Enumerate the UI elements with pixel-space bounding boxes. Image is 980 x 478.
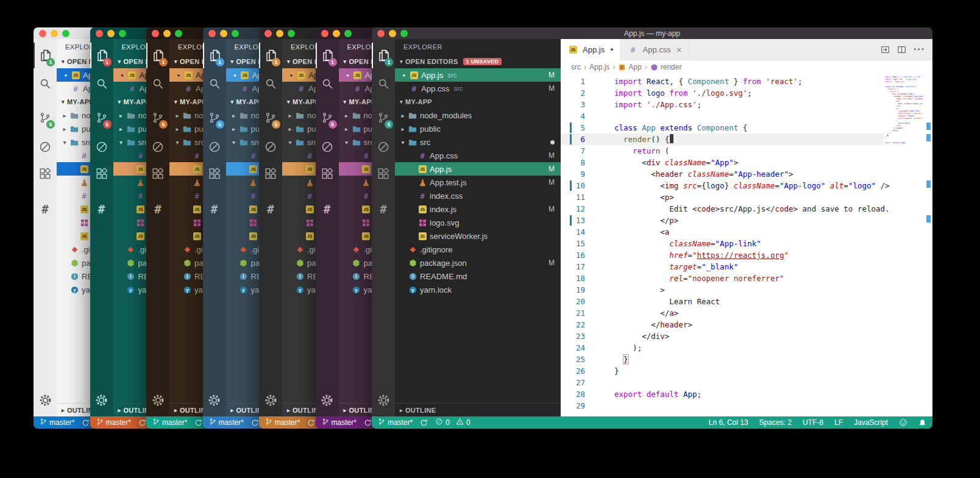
activity-explorer-icon[interactable]: 1 bbox=[259, 43, 282, 68]
activity-explorer-icon[interactable]: 1 bbox=[203, 43, 226, 68]
activity-search-icon[interactable] bbox=[203, 71, 226, 96]
code-editor[interactable]: 1import React, { Component } from 'react… bbox=[561, 74, 932, 416]
status-item[interactable]: Ln 6, Col 13 bbox=[709, 418, 748, 427]
activity-debug-icon[interactable] bbox=[90, 134, 113, 160]
breadcrumb-item[interactable]: render bbox=[650, 63, 682, 71]
code-line[interactable]: 18 rel="noopener noreferrer" bbox=[561, 273, 884, 284]
activity-source-control-icon[interactable]: 5 bbox=[146, 105, 169, 130]
outline-section-header[interactable]: ▸OUTLINE bbox=[395, 403, 561, 416]
activity-source-control-icon[interactable]: 5 bbox=[34, 105, 57, 130]
activity-search-icon[interactable] bbox=[146, 71, 169, 96]
activity-source-control-icon[interactable]: 5 bbox=[259, 105, 282, 130]
code-line[interactable]: 25 } bbox=[561, 354, 884, 365]
close-button[interactable] bbox=[321, 30, 328, 37]
close-button[interactable] bbox=[377, 30, 385, 37]
code-line[interactable]: 26} bbox=[561, 365, 884, 377]
code-line[interactable]: 11 <p> bbox=[561, 191, 884, 203]
activity-hash-icon[interactable]: # bbox=[372, 196, 395, 222]
activity-hash-icon[interactable]: # bbox=[259, 196, 282, 222]
git-branch-status[interactable]: master* bbox=[40, 418, 74, 427]
code-line[interactable]: 14 <a bbox=[561, 226, 884, 238]
tree-item[interactable]: #App.cssM bbox=[395, 149, 561, 162]
activity-source-control-icon[interactable]: 5 bbox=[203, 105, 226, 130]
code-line[interactable]: 8 <div className="App"> bbox=[561, 157, 884, 168]
tree-item[interactable]: JSApp.jsM bbox=[395, 162, 561, 176]
sync-icon[interactable] bbox=[251, 419, 259, 427]
activity-debug-icon[interactable] bbox=[372, 134, 395, 160]
code-line[interactable]: 21 </a> bbox=[561, 307, 884, 319]
code-line[interactable]: 10 <img src={logo} className="App-logo" … bbox=[561, 180, 884, 191]
tree-item[interactable]: package.jsonM bbox=[395, 256, 561, 269]
activity-source-control-icon[interactable]: 5 bbox=[90, 105, 113, 130]
activity-source-control-icon[interactable]: 5 bbox=[372, 105, 395, 130]
close-icon[interactable]: × bbox=[676, 45, 682, 55]
settings-gear-icon[interactable] bbox=[372, 387, 395, 413]
tree-item[interactable]: ▸public bbox=[395, 122, 561, 135]
activity-hash-icon[interactable]: # bbox=[90, 196, 113, 222]
open-editor-item[interactable]: ●JSApp.jssrcM bbox=[395, 68, 561, 82]
tree-item[interactable]: ▸node_modules bbox=[395, 109, 561, 122]
zoom-button[interactable] bbox=[232, 30, 239, 37]
code-line[interactable]: 7 return ( bbox=[561, 145, 884, 157]
settings-gear-icon[interactable] bbox=[203, 387, 226, 413]
activity-extensions-icon[interactable] bbox=[146, 161, 169, 187]
code-line[interactable]: 28export default App; bbox=[561, 388, 884, 400]
tree-item[interactable]: JSindex.jsM bbox=[395, 202, 561, 216]
code-line[interactable]: 16 href="https://reactjs.org" bbox=[561, 249, 884, 261]
activity-explorer-icon[interactable]: 1 bbox=[90, 43, 113, 68]
activity-hash-icon[interactable]: # bbox=[203, 196, 226, 222]
sync-icon[interactable] bbox=[420, 419, 428, 427]
minimize-button[interactable] bbox=[107, 30, 115, 37]
editor-tab[interactable]: JSApp.js● bbox=[561, 39, 621, 60]
code-line[interactable]: 1import React, { Component } from 'react… bbox=[561, 76, 884, 87]
feedback-smiley-icon[interactable] bbox=[899, 418, 907, 427]
zoom-button[interactable] bbox=[288, 30, 295, 37]
notifications-bell-icon[interactable] bbox=[918, 419, 926, 427]
activity-source-control-icon[interactable]: 5 bbox=[316, 105, 339, 130]
tree-item[interactable]: iREADME.md bbox=[395, 269, 561, 283]
minimap[interactable]: import React, { Component } from 'react'… bbox=[885, 76, 923, 146]
tree-item[interactable]: #index.css bbox=[395, 189, 561, 202]
close-button[interactable] bbox=[208, 30, 216, 37]
activity-hash-icon[interactable]: # bbox=[316, 196, 339, 222]
zoom-button[interactable] bbox=[344, 30, 352, 37]
problems-status[interactable]: 00 bbox=[435, 418, 470, 427]
status-item[interactable]: JavaScript bbox=[854, 418, 888, 427]
git-branch-status[interactable]: master* bbox=[322, 418, 357, 427]
settings-gear-icon[interactable] bbox=[259, 387, 282, 413]
activity-extensions-icon[interactable] bbox=[372, 161, 395, 187]
activity-debug-icon[interactable] bbox=[203, 134, 226, 160]
project-section-header[interactable]: ▾MY-APP bbox=[395, 95, 561, 109]
tree-item[interactable]: App.test.jsM bbox=[395, 176, 561, 189]
split-editor-icon[interactable] bbox=[897, 45, 906, 54]
minimize-button[interactable] bbox=[276, 30, 283, 37]
activity-extensions-icon[interactable] bbox=[259, 161, 282, 187]
code-line[interactable]: 23 </div> bbox=[561, 330, 884, 342]
code-line[interactable]: 20 Learn React bbox=[561, 296, 884, 307]
code-line[interactable]: 13 </p> bbox=[561, 215, 884, 226]
close-button[interactable] bbox=[96, 30, 103, 37]
code-line[interactable]: 19 > bbox=[561, 284, 884, 296]
tree-item[interactable]: JSserviceWorker.js bbox=[395, 229, 561, 243]
activity-extensions-icon[interactable] bbox=[90, 161, 113, 187]
git-branch-status[interactable]: master* bbox=[96, 418, 131, 427]
settings-gear-icon[interactable] bbox=[90, 387, 113, 413]
code-line[interactable]: 2import logo from './logo.svg'; bbox=[561, 87, 884, 99]
code-line[interactable]: 9 <header className="App-header"> bbox=[561, 168, 884, 180]
tree-item[interactable]: yyarn.lock bbox=[395, 283, 561, 296]
sync-icon[interactable] bbox=[138, 419, 146, 427]
status-item[interactable]: Spaces: 2 bbox=[759, 418, 792, 427]
activity-search-icon[interactable] bbox=[316, 71, 339, 96]
code-line[interactable]: 24 ); bbox=[561, 342, 884, 354]
close-button[interactable] bbox=[152, 30, 159, 37]
tree-item[interactable]: ▾src bbox=[395, 135, 561, 149]
close-button[interactable] bbox=[39, 30, 46, 37]
settings-gear-icon[interactable] bbox=[34, 387, 57, 413]
more-actions-icon[interactable]: ··· bbox=[914, 44, 925, 55]
activity-search-icon[interactable] bbox=[90, 71, 113, 96]
breadcrumb-item[interactable]: src bbox=[571, 63, 581, 71]
code-line[interactable]: 12 Edit <code>src/App.js</code> and save… bbox=[561, 203, 884, 215]
minimize-button[interactable] bbox=[389, 30, 396, 37]
minimize-button[interactable] bbox=[163, 30, 171, 37]
code-line[interactable]: 4 bbox=[561, 110, 884, 122]
